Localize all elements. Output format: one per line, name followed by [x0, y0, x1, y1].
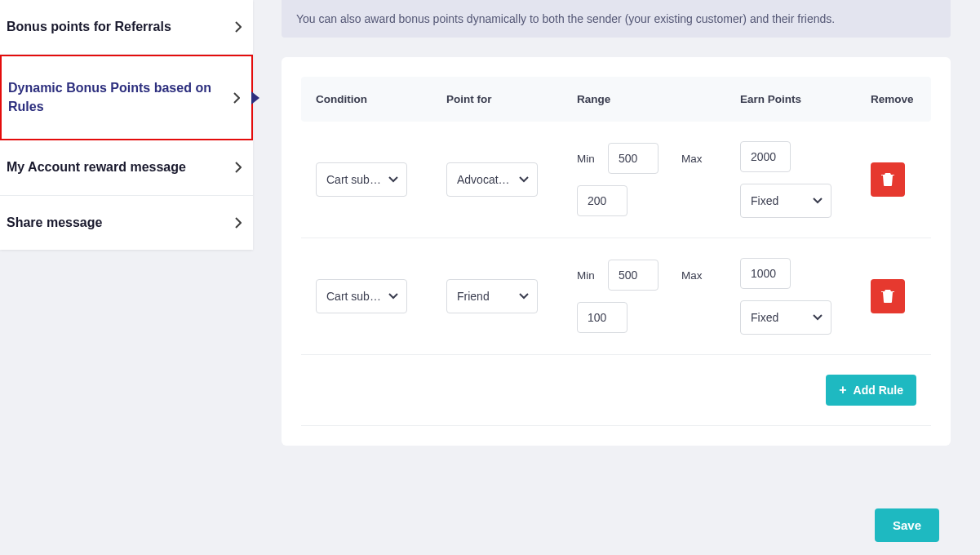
earn-points-input[interactable]	[740, 141, 791, 172]
sidebar-item-label: Share message	[7, 214, 102, 232]
save-bar: Save	[875, 508, 939, 542]
add-rule-label: Add Rule	[854, 384, 903, 397]
col-range: Range	[577, 93, 740, 105]
trash-icon	[881, 171, 894, 189]
add-rule-button[interactable]: + Add Rule	[826, 375, 916, 406]
min-input[interactable]	[608, 143, 659, 174]
rules-panel: Condition Point for Range Earn Points Re…	[282, 57, 951, 446]
table-header: Condition Point for Range Earn Points Re…	[301, 77, 931, 122]
sidebar-item-share-message[interactable]: Share message	[0, 196, 253, 250]
chevron-right-icon	[235, 217, 242, 229]
min-label: Min	[577, 269, 600, 282]
trash-icon	[881, 288, 894, 305]
col-point-for: Point for	[446, 93, 577, 105]
actions-row: + Add Rule	[301, 355, 931, 426]
sidebar-item-label: Dynamic Bonus Points based on Rules	[8, 79, 225, 116]
rules-table: Condition Point for Range Earn Points Re…	[301, 77, 931, 426]
earn-type-select[interactable]: Fixed	[740, 300, 831, 335]
min-label: Min	[577, 153, 600, 165]
chevron-right-icon	[235, 21, 242, 33]
condition-select[interactable]: Cart subtotal	[316, 162, 407, 197]
delete-button[interactable]	[871, 162, 905, 197]
range-second-input[interactable]	[577, 302, 627, 333]
chevron-right-icon	[235, 162, 242, 173]
info-banner: You can also award bonus points dynamica…	[282, 0, 951, 38]
earn-points-input[interactable]	[740, 258, 791, 289]
sidebar-item-bonus-referrals[interactable]: Bonus points for Referrals	[0, 0, 253, 55]
sidebar-item-account-message[interactable]: My Account reward message	[0, 140, 253, 195]
point-for-select[interactable]: Advocate/...	[446, 162, 538, 197]
condition-select[interactable]: Cart subtotal	[316, 279, 407, 313]
range-second-input[interactable]	[577, 185, 627, 216]
save-button[interactable]: Save	[875, 508, 939, 542]
earn-type-select[interactable]: Fixed	[740, 184, 831, 218]
sidebar-item-dynamic-bonus[interactable]: Dynamic Bonus Points based on Rules	[0, 55, 253, 140]
col-earn: Earn Points	[740, 93, 871, 105]
main-content: You can also award bonus points dynamica…	[282, 0, 951, 446]
chevron-right-icon	[233, 92, 240, 104]
plus-icon: +	[839, 384, 846, 397]
sidebar-item-label: My Account reward message	[7, 158, 186, 176]
point-for-select[interactable]: Friend	[446, 279, 538, 313]
col-remove: Remove	[871, 93, 928, 105]
max-label: Max	[681, 153, 703, 165]
table-row: Cart subtotal Friend Min Max	[301, 238, 931, 355]
min-input[interactable]	[608, 260, 659, 291]
sidebar-item-label: Bonus points for Referrals	[7, 18, 171, 36]
col-condition: Condition	[316, 93, 446, 105]
sidebar: Bonus points for Referrals Dynamic Bonus…	[0, 0, 253, 250]
table-row: Cart subtotal Advocate/... Min Max	[301, 122, 931, 238]
max-label: Max	[681, 269, 703, 282]
delete-button[interactable]	[871, 279, 905, 313]
